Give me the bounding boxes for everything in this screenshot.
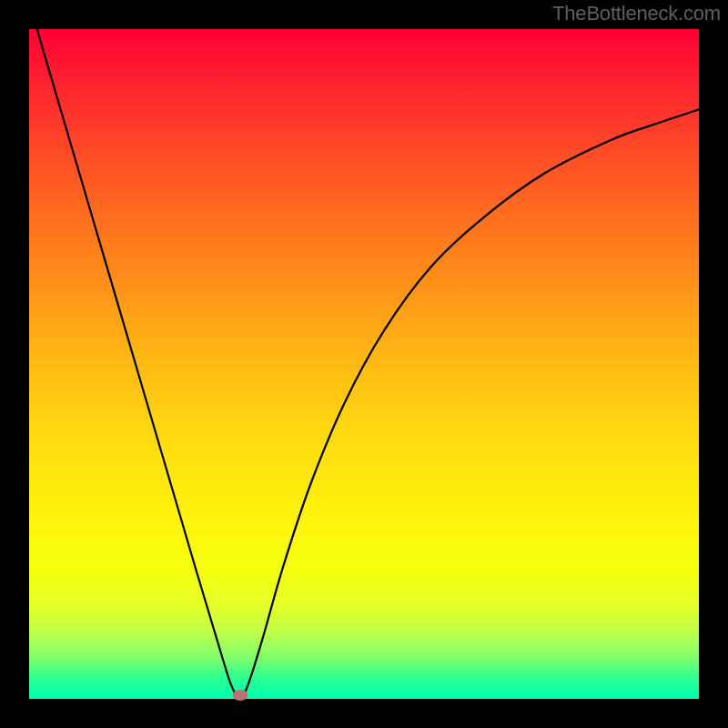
plot-area [29, 29, 699, 699]
curve-svg [29, 29, 699, 699]
bottleneck-curve-path [29, 29, 699, 699]
minimum-marker [232, 690, 248, 701]
chart-frame: TheBottleneck.com [0, 0, 728, 728]
watermark-text: TheBottleneck.com [552, 2, 721, 25]
